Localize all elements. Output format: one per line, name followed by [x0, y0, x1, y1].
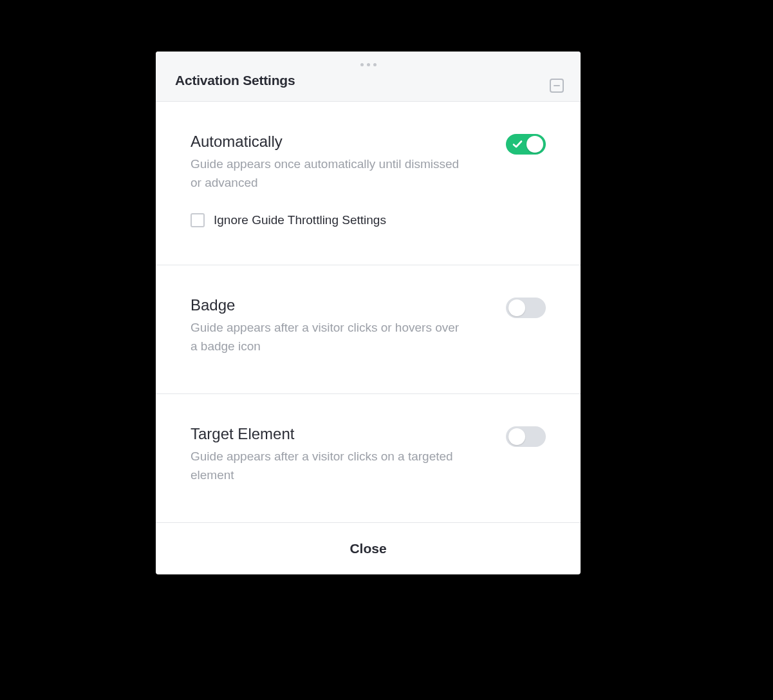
- panel-header: Activation Settings: [156, 52, 581, 102]
- drag-handle-icon[interactable]: [175, 62, 561, 73]
- badge-toggle[interactable]: [506, 298, 546, 318]
- section-automatically: Automatically Guide appears once automat…: [156, 102, 581, 265]
- close-button[interactable]: Close: [349, 541, 386, 556]
- panel-footer: Close: [156, 523, 581, 574]
- section-target-element: Target Element Guide appears after a vis…: [156, 394, 581, 523]
- ignore-throttling-checkbox[interactable]: [191, 213, 205, 227]
- collapse-button[interactable]: [550, 79, 564, 93]
- toggle-knob: [508, 299, 525, 316]
- activation-settings-panel: Activation Settings Automatically Guide …: [156, 52, 581, 574]
- toggle-knob: [526, 136, 543, 153]
- badge-title: Badge: [191, 296, 461, 314]
- target-description: Guide appears after a visitor clicks on …: [191, 447, 461, 485]
- badge-description: Guide appears after a visitor clicks or …: [191, 318, 461, 356]
- automatically-toggle[interactable]: [506, 134, 546, 155]
- target-toggle[interactable]: [506, 426, 546, 447]
- automatically-description: Guide appears once automatically until d…: [191, 155, 461, 193]
- ignore-throttling-label: Ignore Guide Throttling Settings: [214, 213, 386, 227]
- section-badge: Badge Guide appears after a visitor clic…: [156, 265, 581, 394]
- automatically-title: Automatically: [191, 133, 461, 151]
- panel-title: Activation Settings: [175, 73, 561, 88]
- check-icon: [512, 139, 523, 149]
- ignore-throttling-row: Ignore Guide Throttling Settings: [191, 213, 461, 227]
- toggle-knob: [508, 428, 525, 445]
- target-title: Target Element: [191, 425, 461, 443]
